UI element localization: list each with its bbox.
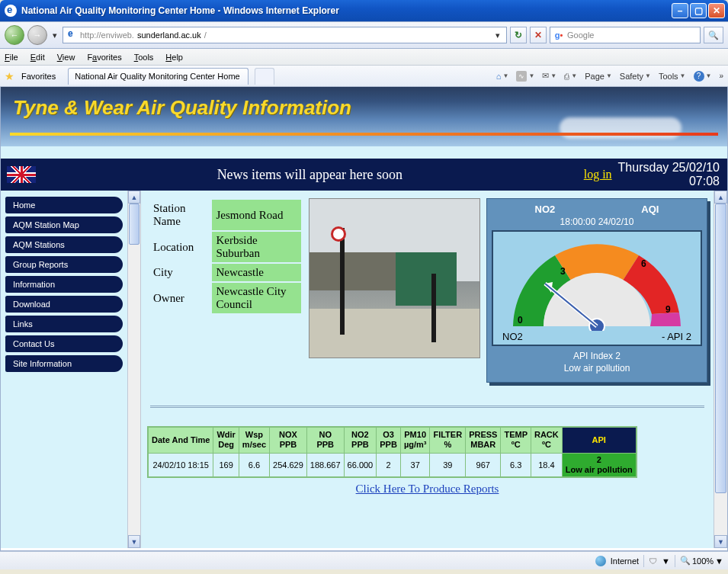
scroll-thumb[interactable] [129,204,140,245]
url-scheme: http://enviweb. [80,30,134,40]
th-o3: O3PPB [377,428,401,453]
main-content: Station Name Jesmond Road Location Kerbs… [141,191,714,548]
sidebar-item-group-reports[interactable]: Group Reports [5,256,123,273]
search-button[interactable]: 🔍 [704,27,723,43]
label-city: City [149,264,210,281]
label-station-name: Station Name [149,200,210,230]
google-icon: g• [553,30,564,40]
cmd-readmail-button[interactable]: ✉▼ [542,71,556,81]
address-dropdown-icon[interactable]: ▾ [492,30,503,40]
value-owner: Newcastle City Council [212,283,301,313]
cell-wsp: 6.6 [239,453,269,476]
sidebar-item-links[interactable]: Links [5,316,123,332]
svg-text:6: 6 [641,258,646,269]
nav-history-dropdown[interactable]: ▾ [50,30,59,40]
cell-datetime: 24/02/10 18:15 [149,453,213,476]
page-scroll-thumb[interactable] [715,204,726,493]
refresh-button[interactable]: ↻ [510,27,527,43]
internet-zone-icon [595,556,606,566]
cell-no2: 66.000 [344,453,377,476]
page-scroll-down-icon[interactable]: ▼ [714,535,727,548]
th-pm10: PM10µg/m³ [400,428,430,453]
menu-file[interactable]: File [5,53,18,62]
inner-scrollbar[interactable]: ▲ ▼ [127,191,141,548]
login-link[interactable]: log in [584,168,612,181]
cmd-print-button[interactable]: ⎙▼ [564,72,577,81]
sidebar-item-download[interactable]: Download [5,296,123,313]
news-bar: News items will appear here soon log in … [1,159,727,191]
window-close-button[interactable]: ✕ [708,3,725,18]
th-nox: NOXPPB [270,428,307,453]
sidebar-item-home[interactable]: Home [5,197,123,213]
ie-icon [5,5,17,17]
cmd-home-button[interactable]: ⌂▼ [496,72,509,81]
mail-icon: ✉ [542,71,549,81]
menu-help[interactable]: Help [165,53,183,62]
th-temp: TEMPºC [501,428,531,453]
th-wdir: WdirDeg [213,428,239,453]
sidebar-item-site-info[interactable]: Site Information [5,355,123,372]
cmd-tools-menu[interactable]: Tools ▼ [659,72,686,81]
gauge-title-left: NO2 [535,204,556,215]
window-maximize-button[interactable]: ▢ [690,3,707,18]
cell-api: 2Low air pollution [562,453,636,476]
cmd-overflow-button[interactable]: » [719,72,723,80]
menu-favorites[interactable]: Favorites [87,53,121,62]
menu-edit[interactable]: Edit [30,53,45,62]
search-provider-label: Google [567,30,594,40]
banner-underline [10,133,718,136]
th-no: NOPPB [306,428,344,453]
rss-icon: ∿ [516,71,527,82]
protected-mode-icon[interactable]: 🛡 [649,556,657,566]
scroll-down-icon[interactable]: ▼ [128,535,140,548]
menu-tools[interactable]: Tools [134,53,154,62]
produce-reports-link[interactable]: Click Here To Produce Reports [147,483,707,495]
table-header-row: Date And Time WdirDeg Wspm/sec NOXPPB NO… [149,428,637,453]
home-icon: ⌂ [496,72,502,81]
value-city: Newcastle [212,264,301,281]
gauge-timestamp: 18:00:00 24/02/10 [492,216,702,227]
readings-table-wrap: Date And Time WdirDeg Wspm/sec NOXPPB NO… [147,426,637,478]
new-tab-button[interactable] [255,68,274,85]
favorites-label[interactable]: Favorites [21,72,56,81]
protected-mode-dropdown[interactable]: ▼ [662,556,670,566]
search-box[interactable]: g• Google [550,27,701,43]
browser-tab-active[interactable]: National Air Quality Monitoring Center H… [68,68,248,85]
internet-zone-label: Internet [611,556,639,566]
sidebar-item-stations[interactable]: AQM Stations [5,236,123,253]
zoom-control[interactable]: 🔍 100% ▼ [680,556,723,566]
cmd-safety-menu[interactable]: Safety ▼ [620,72,651,81]
gauge-index-text: API Index 2 [492,351,702,363]
back-button[interactable]: ← [5,25,24,45]
cmd-help-button[interactable]: ?▼ [694,71,712,82]
help-icon: ? [694,71,704,82]
uk-flag-icon[interactable] [7,166,36,183]
banner-title: Tyne & Wear Air Quality Information [13,96,351,120]
cell-wdir: 169 [213,453,239,476]
zoom-value: 100% [692,556,714,566]
stop-button[interactable]: ✕ [530,27,547,43]
cmd-feeds-button[interactable]: ∿▼ [516,71,534,82]
sidebar-item-contact[interactable]: Contact Us [5,335,123,352]
window-minimize-button[interactable]: – [672,3,688,18]
page-scrollbar[interactable]: ▲ ▼ [714,191,727,548]
aqi-gauge-card: NO2 AQI 18:00:00 24/02/10 [486,198,707,383]
favorites-star-icon[interactable]: ★ [5,70,17,82]
address-bar[interactable]: http://enviweb.sunderland.ac.uk/ ▾ [63,27,507,43]
th-rack: RACKºC [531,428,562,453]
svg-text:9: 9 [665,304,671,315]
cell-press: 967 [466,453,501,476]
url-path: / [204,30,207,40]
menu-view[interactable]: View [57,53,75,62]
sidebar-item-station-map[interactable]: AQM Station Map [5,216,123,233]
scroll-up-icon[interactable]: ▲ [128,191,140,204]
page-scroll-up-icon[interactable]: ▲ [714,191,727,204]
browser-menubar: File Edit View Favorites Tools Help [0,49,728,66]
th-api: API [562,428,636,453]
forward-button[interactable]: → [27,25,47,45]
tab-title: National Air Quality Monitoring Center H… [75,72,239,81]
cmd-page-menu[interactable]: Page ▼ [585,72,612,81]
cell-nox: 254.629 [270,453,307,476]
sidebar-item-information[interactable]: Information [5,276,123,293]
station-photo [309,198,480,358]
